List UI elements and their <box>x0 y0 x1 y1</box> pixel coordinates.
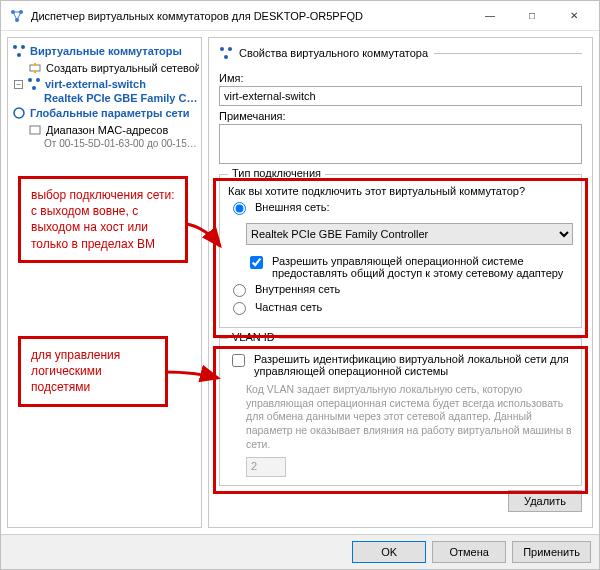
cancel-button[interactable]: Отмена <box>432 541 506 563</box>
titlebar: Диспетчер виртуальных коммутаторов для D… <box>1 1 599 31</box>
svg-point-14 <box>224 55 228 59</box>
vlan-legend: VLAN ID <box>228 331 279 343</box>
checkbox-allow-mgmt-label: Разрешить управляющей операционной систе… <box>272 255 573 279</box>
annotation-connection-text: выбор подключения сети: с выходом вовне,… <box>31 188 174 251</box>
radio-private[interactable] <box>233 302 246 315</box>
vlan-help-text: Код VLAN задает виртуальную локальную се… <box>246 383 573 451</box>
props-title: Свойства виртуального коммутатора <box>239 47 428 59</box>
ok-button[interactable]: OK <box>352 541 426 563</box>
notes-textarea[interactable] <box>219 124 582 164</box>
tree-item-mac-detail: От 00-15-5D-01-63-00 до 00-15-5... <box>10 138 199 149</box>
svg-point-3 <box>13 45 17 49</box>
radio-internal-label: Внутренняя сеть <box>255 283 340 295</box>
right-properties-panel: Свойства виртуального коммутатора Имя: П… <box>208 37 593 528</box>
mac-icon <box>28 123 42 137</box>
radio-external-label: Внешняя сеть: <box>255 201 329 213</box>
tree-section-switches-label: Виртуальные коммутаторы <box>30 45 182 57</box>
connection-question: Как вы хотите подключить этот виртуальны… <box>228 185 573 197</box>
svg-point-12 <box>220 47 224 51</box>
svg-point-7 <box>28 78 32 82</box>
tree-item-adapter[interactable]: Realtek PCIe GBE Family Cont... <box>10 92 199 104</box>
tree-expander-icon[interactable]: − <box>14 80 23 89</box>
window-title: Диспетчер виртуальных коммутаторов для D… <box>31 10 469 22</box>
tree-item-new-switch[interactable]: Создать виртуальный сетевой к... <box>10 60 199 76</box>
adapter-dropdown[interactable]: Realtek PCIe GBE Family Controller <box>246 223 573 245</box>
notes-label: Примечания: <box>219 110 582 122</box>
checkbox-vlan-enable-label: Разрешить идентификацию виртуальной лока… <box>254 353 573 377</box>
dialog-footer: OK Отмена Применить <box>1 534 599 569</box>
left-tree-panel: Виртуальные коммутаторы Создать виртуаль… <box>7 37 202 528</box>
tree-section-global[interactable]: Глобальные параметры сети <box>10 104 199 122</box>
tree-item-mac-range[interactable]: Диапазон MAC-адресов <box>10 122 199 138</box>
name-input[interactable] <box>219 86 582 106</box>
svg-rect-11 <box>30 126 40 134</box>
name-label: Имя: <box>219 72 582 84</box>
delete-button[interactable]: Удалить <box>508 490 582 512</box>
annotation-connection-callout: выбор подключения сети: с выходом вовне,… <box>18 176 188 263</box>
annotation-vlan-text: для управления логическими подсетями <box>31 348 120 394</box>
props-icon <box>219 46 233 60</box>
svg-point-5 <box>17 53 21 57</box>
close-button[interactable]: ✕ <box>553 2 595 30</box>
svg-point-10 <box>14 108 24 118</box>
tree-item-virt-switch-label: virt-external-switch <box>45 78 146 90</box>
new-switch-icon <box>28 61 42 75</box>
annotation-arrow-2 <box>160 360 230 392</box>
connection-type-legend: Тип подключения <box>228 167 325 179</box>
tree-item-new-switch-label: Создать виртуальный сетевой к... <box>46 62 199 74</box>
tree-item-virt-switch[interactable]: − virt-external-switch <box>10 76 199 92</box>
tree-section-switches[interactable]: Виртуальные коммутаторы <box>10 42 199 60</box>
app-icon <box>9 8 25 24</box>
svg-point-4 <box>21 45 25 49</box>
tree-section-global-label: Глобальные параметры сети <box>30 107 190 119</box>
apply-button[interactable]: Применить <box>512 541 591 563</box>
tree-item-mac-range-label: Диапазон MAC-адресов <box>46 124 168 136</box>
checkbox-vlan-enable[interactable] <box>232 354 245 367</box>
connection-type-group: Тип подключения Как вы хотите подключить… <box>219 174 582 328</box>
checkbox-allow-mgmt[interactable] <box>250 256 263 269</box>
minimize-button[interactable]: ― <box>469 2 511 30</box>
svg-point-8 <box>36 78 40 82</box>
global-icon <box>12 106 26 120</box>
switch-icon <box>27 77 41 91</box>
radio-private-label: Частная сеть <box>255 301 322 313</box>
radio-internal[interactable] <box>233 284 246 297</box>
divider <box>434 53 582 54</box>
svg-point-9 <box>32 86 36 90</box>
radio-external[interactable] <box>233 202 246 215</box>
svg-point-13 <box>228 47 232 51</box>
vlan-group: VLAN ID Разрешить идентификацию виртуаль… <box>219 338 582 486</box>
vlan-id-input: 2 <box>246 457 286 477</box>
annotation-vlan-callout: для управления логическими подсетями <box>18 336 168 407</box>
switches-icon <box>12 44 26 58</box>
maximize-button[interactable]: □ <box>511 2 553 30</box>
